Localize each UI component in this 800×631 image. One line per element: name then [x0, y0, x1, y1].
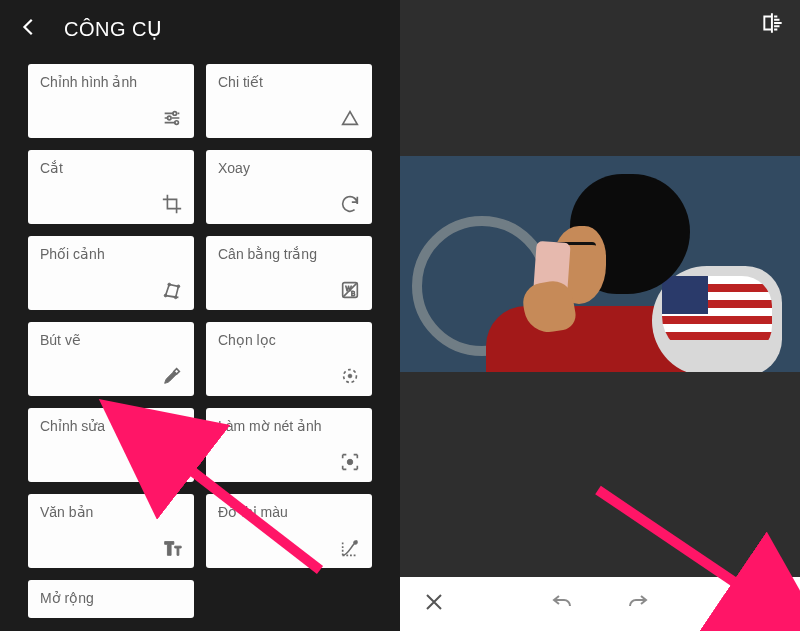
rotate-icon [338, 192, 362, 216]
svg-text:B: B [351, 290, 355, 297]
tool-label: Cân bằng trắng [218, 246, 360, 262]
tool-label: Chọn lọc [218, 332, 360, 348]
tool-healing[interactable]: Chỉnh sửa [28, 408, 194, 482]
tool-selective[interactable]: Chọn lọc [206, 322, 372, 396]
cancel-button[interactable] [422, 590, 446, 618]
tools-panel: CÔNG CỤ Chỉnh hình ảnhChi tiếtCắtXoayPhố… [0, 0, 400, 631]
svg-point-11 [348, 374, 352, 378]
perspective-icon [160, 278, 184, 302]
tool-vignette[interactable]: Làm mờ nét ảnh [206, 408, 372, 482]
close-icon [422, 600, 446, 617]
tool-label: Chỉnh hình ảnh [40, 74, 182, 90]
tool-label: Chỉnh sửa [40, 418, 182, 434]
svg-point-18 [354, 541, 358, 545]
brush-icon [160, 364, 184, 388]
svg-point-3 [164, 294, 167, 297]
tool-label: Xoay [218, 160, 360, 176]
tool-text[interactable]: Văn bản [28, 494, 194, 568]
tool-label: Cắt [40, 160, 182, 176]
svg-point-4 [168, 283, 171, 286]
tool-perspective[interactable]: Phối cảnh [28, 236, 194, 310]
svg-point-1 [167, 116, 171, 120]
svg-point-16 [175, 465, 177, 467]
triangle-icon [338, 106, 362, 130]
svg-point-5 [177, 285, 180, 288]
svg-point-0 [173, 112, 177, 116]
editor-panel [400, 0, 800, 631]
tool-crop[interactable]: Cắt [28, 150, 194, 224]
tool-label: Chi tiết [218, 74, 360, 90]
svg-point-17 [347, 459, 353, 465]
tool-brush[interactable]: Bút vẽ [28, 322, 194, 396]
check-icon [754, 600, 778, 617]
tool-label: Phối cảnh [40, 246, 182, 262]
tool-label: Đồ thị màu [218, 504, 360, 520]
tool-label: Bút vẽ [40, 332, 182, 348]
tool-sliders[interactable]: Chỉnh hình ảnh [28, 64, 194, 138]
vignette-icon [338, 450, 362, 474]
svg-point-6 [174, 296, 177, 299]
tool-triangle[interactable]: Chi tiết [206, 64, 372, 138]
selective-icon [338, 364, 362, 388]
curves-icon [338, 536, 362, 560]
crop-icon [160, 192, 184, 216]
text-icon [160, 536, 184, 560]
tools-grid: Chỉnh hình ảnhChi tiếtCắtXoayPhối cảnhCâ… [0, 52, 400, 618]
tool-item-12[interactable]: Mở rộng [28, 580, 194, 618]
undo-icon [550, 600, 574, 617]
confirm-button[interactable] [754, 590, 778, 618]
redo-button[interactable] [626, 590, 650, 618]
tool-label: Làm mờ nét ảnh [218, 418, 360, 434]
compare-icon [760, 22, 786, 39]
sliders-icon [160, 106, 184, 130]
tools-title: CÔNG CỤ [64, 17, 163, 41]
action-bar [400, 577, 800, 631]
undo-button[interactable] [550, 590, 574, 618]
tool-wb[interactable]: Cân bằng trắngWB [206, 236, 372, 310]
back-icon[interactable] [18, 16, 40, 42]
compare-button[interactable] [760, 10, 786, 40]
tool-label: Văn bản [40, 504, 182, 520]
wb-icon: WB [338, 278, 362, 302]
svg-point-15 [167, 457, 169, 459]
tool-rotate[interactable]: Xoay [206, 150, 372, 224]
redo-icon [626, 600, 650, 617]
tool-curves[interactable]: Đồ thị màu [206, 494, 372, 568]
tool-label: Mở rộng [40, 590, 182, 606]
svg-point-14 [171, 461, 173, 463]
tools-header: CÔNG CỤ [0, 0, 400, 52]
svg-point-2 [175, 121, 179, 125]
healing-icon [160, 450, 184, 474]
preview-image [400, 156, 800, 372]
